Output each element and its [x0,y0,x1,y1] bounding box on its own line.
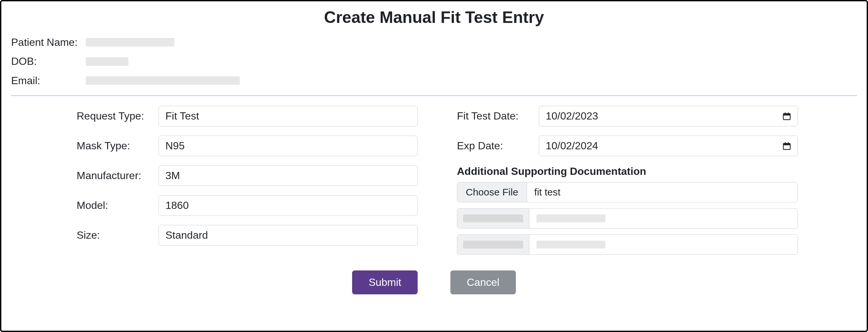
patient-dob-value [86,57,128,66]
size-label: Size: [76,229,158,241]
submit-button[interactable]: Submit [352,270,417,294]
patient-name-label: Patient Name: [11,33,80,51]
supporting-docs-label: Additional Supporting Documentation [457,165,798,177]
choose-file-button-3[interactable] [457,235,529,255]
exp-date-label: Exp Date: [457,140,539,152]
mask-type-label: Mask Type: [76,140,158,152]
mask-type-input[interactable] [158,136,417,156]
file-upload-row-1: Choose File fit test [457,182,798,202]
patient-info: Patient Name: DOB: Email: [11,33,857,89]
patient-dob-label: DOB: [11,53,80,70]
file-upload-row-3 [457,234,798,255]
patient-email-value [86,76,240,85]
patient-name-value [86,38,174,46]
cancel-button[interactable]: Cancel [451,270,516,294]
left-column: Request Type: Mask Type: Manufacturer: M… [76,106,417,261]
choose-file-button-2[interactable] [457,208,529,228]
file-name-3 [529,235,798,255]
file-upload-row-2 [457,208,798,229]
create-fit-test-form: Create Manual Fit Test Entry Patient Nam… [0,0,868,332]
request-type-input[interactable] [158,106,417,126]
size-input[interactable] [158,225,417,245]
divider [11,95,857,96]
form-actions: Submit Cancel [11,270,857,294]
right-column: Fit Test Date: Exp Date: [457,106,798,261]
page-title: Create Manual Fit Test Entry [11,8,857,27]
manufacturer-label: Manufacturer: [76,170,158,182]
model-label: Model: [76,199,158,211]
patient-email-label: Email: [11,72,80,89]
fit-test-date-label: Fit Test Date: [457,110,539,122]
manufacturer-input[interactable] [158,165,417,186]
choose-file-button-1[interactable]: Choose File [457,182,527,202]
file-name-2 [529,208,798,228]
request-type-label: Request Type: [76,110,158,122]
fit-test-date-input[interactable] [539,106,798,126]
file-name-1: fit test [527,182,798,202]
model-input[interactable] [158,195,417,216]
exp-date-input[interactable] [539,136,798,156]
